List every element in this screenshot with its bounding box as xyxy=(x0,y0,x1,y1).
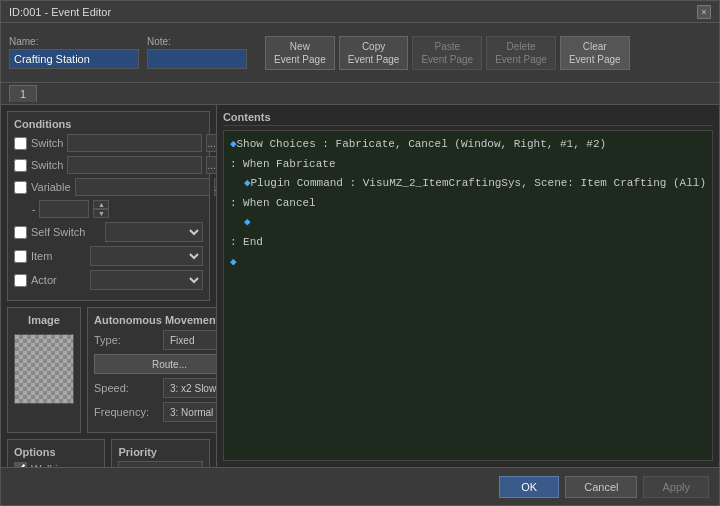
am-speed-row: Speed: 1: x8 Slower 2: x4 Slower 3: x2 S… xyxy=(94,378,217,398)
priority-trigger-section: Priority Below characters Same as charac… xyxy=(111,439,209,467)
cancel-button[interactable]: Cancel xyxy=(565,476,637,498)
toolbar-buttons: NewEvent Page CopyEvent Page PasteEvent … xyxy=(265,36,630,70)
am-frequency-dropdown[interactable]: 1: Lowest 2: Lower 3: Normal 4: Higher 5… xyxy=(163,402,217,422)
main-content: Conditions Switch ... Switch ... Variabl… xyxy=(1,105,719,467)
name-section: Name: xyxy=(9,36,139,69)
self-switch-checkbox[interactable] xyxy=(14,226,27,239)
options-title: Options xyxy=(14,446,98,458)
delete-event-page-button[interactable]: DeleteEvent Page xyxy=(486,36,556,70)
left-panel: Conditions Switch ... Switch ... Variabl… xyxy=(1,105,217,467)
actor-checkbox[interactable] xyxy=(14,274,27,287)
switch1-label: Switch xyxy=(31,137,63,149)
self-switch-label: Self Switch xyxy=(31,226,101,238)
actor-label: Actor xyxy=(31,274,86,286)
priority-title: Priority xyxy=(118,446,202,458)
route-button[interactable]: Route... xyxy=(94,354,217,374)
conditions-section: Conditions Switch ... Switch ... Variabl… xyxy=(7,111,210,301)
actor-dropdown[interactable] xyxy=(90,270,203,290)
content-line-4: ◆ xyxy=(228,213,708,233)
self-switch-dropdown[interactable]: ABCD xyxy=(105,222,203,242)
actor-row: Actor xyxy=(14,270,203,290)
options-section: Options Walking Stepping Direction Fix xyxy=(7,439,105,467)
right-panel: Contents ◆Show Choices : Fabricate, Canc… xyxy=(217,105,719,467)
toolbar: Name: Note: NewEvent Page CopyEvent Page… xyxy=(1,23,719,83)
am-speed-dropdown[interactable]: 1: x8 Slower 2: x4 Slower 3: x2 Slower 4… xyxy=(163,378,217,398)
content-line-3: : When Cancel xyxy=(228,194,708,214)
note-input[interactable] xyxy=(147,49,247,69)
image-preview[interactable] xyxy=(14,334,74,404)
switch2-checkbox[interactable] xyxy=(14,159,27,172)
switch2-row: Switch ... xyxy=(14,156,203,174)
new-event-page-button[interactable]: NewEvent Page xyxy=(265,36,335,70)
contents-area[interactable]: ◆Show Choices : Fabricate, Cancel (Windo… xyxy=(223,130,713,461)
item-dropdown[interactable] xyxy=(90,246,203,266)
close-button[interactable]: × xyxy=(697,5,711,19)
switch2-input[interactable] xyxy=(67,156,202,174)
variable-checkbox[interactable] xyxy=(14,181,27,194)
switch1-input[interactable] xyxy=(67,134,202,152)
conditions-title: Conditions xyxy=(14,118,203,130)
spin-down-btn[interactable]: ▼ xyxy=(93,209,109,218)
variable-input[interactable] xyxy=(75,178,210,196)
diamond-6: ◆ xyxy=(230,256,237,268)
am-frequency-label: Frequency: xyxy=(94,406,159,418)
switch1-row: Switch ... xyxy=(14,134,203,152)
switch2-btn[interactable]: ... xyxy=(206,156,216,174)
content-line-2: ◆Plugin Command : VisuMZ_2_ItemCraftingS… xyxy=(228,174,708,194)
copy-event-page-button[interactable]: CopyEvent Page xyxy=(339,36,409,70)
title-bar: ID:001 - Event Editor × xyxy=(1,1,719,23)
range-dash: - xyxy=(32,204,35,215)
ok-button[interactable]: OK xyxy=(499,476,559,498)
image-title: Image xyxy=(28,314,60,326)
range-min-input[interactable] xyxy=(39,200,89,218)
content-line-1: : When Fabricate xyxy=(228,155,708,175)
item-checkbox[interactable] xyxy=(14,250,27,263)
clear-event-page-button[interactable]: ClearEvent Page xyxy=(560,36,630,70)
priority-row: Priority Below characters Same as charac… xyxy=(118,446,202,467)
paste-event-page-button[interactable]: PasteEvent Page xyxy=(412,36,482,70)
image-movement-row: Image Autonomous Movement Type: Fixed Ra… xyxy=(7,307,210,433)
am-type-label: Type: xyxy=(94,334,159,346)
am-frequency-row: Frequency: 1: Lowest 2: Lower 3: Normal … xyxy=(94,402,217,422)
note-label: Note: xyxy=(147,36,247,47)
autonomous-movement-title: Autonomous Movement xyxy=(94,314,217,326)
name-label: Name: xyxy=(9,36,139,47)
diamond-4: ◆ xyxy=(244,216,251,228)
diamond-2: ◆ xyxy=(244,177,251,189)
note-section: Note: xyxy=(147,36,247,69)
range-spinner: ▲ ▼ xyxy=(93,200,109,218)
variable-label: Variable xyxy=(31,181,71,193)
am-type-dropdown[interactable]: Fixed Random Approach Custom xyxy=(163,330,217,350)
item-label: Item xyxy=(31,250,86,262)
page-tab-1[interactable]: 1 xyxy=(9,85,37,102)
variable-range-row: - ▲ ▼ xyxy=(14,200,203,218)
content-line-0: ◆Show Choices : Fabricate, Cancel (Windo… xyxy=(228,135,708,155)
apply-button[interactable]: Apply xyxy=(643,476,709,498)
self-switch-row: Self Switch ABCD xyxy=(14,222,203,242)
spin-up-btn[interactable]: ▲ xyxy=(93,200,109,209)
switch1-checkbox[interactable] xyxy=(14,137,27,150)
bottom-bar: OK Cancel Apply xyxy=(1,467,719,505)
switch2-label: Switch xyxy=(31,159,63,171)
variable-row: Variable ... xyxy=(14,178,203,196)
name-input[interactable] xyxy=(9,49,139,69)
event-editor-window: ID:001 - Event Editor × Name: Note: NewE… xyxy=(0,0,720,506)
image-section: Image xyxy=(7,307,81,433)
am-type-row: Type: Fixed Random Approach Custom xyxy=(94,330,217,350)
switch1-btn[interactable]: ... xyxy=(206,134,216,152)
item-row: Item xyxy=(14,246,203,266)
am-speed-label: Speed: xyxy=(94,382,159,394)
content-line-6: ◆ xyxy=(228,253,708,273)
autonomous-movement-section: Autonomous Movement Type: Fixed Random A… xyxy=(87,307,217,433)
window-title: ID:001 - Event Editor xyxy=(9,6,111,18)
contents-header: Contents xyxy=(223,111,713,126)
options-priority-row: Options Walking Stepping Direction Fix xyxy=(7,439,210,467)
page-tabs: 1 xyxy=(1,83,719,105)
content-line-5: : End xyxy=(228,233,708,253)
diamond-0: ◆ xyxy=(230,138,237,150)
